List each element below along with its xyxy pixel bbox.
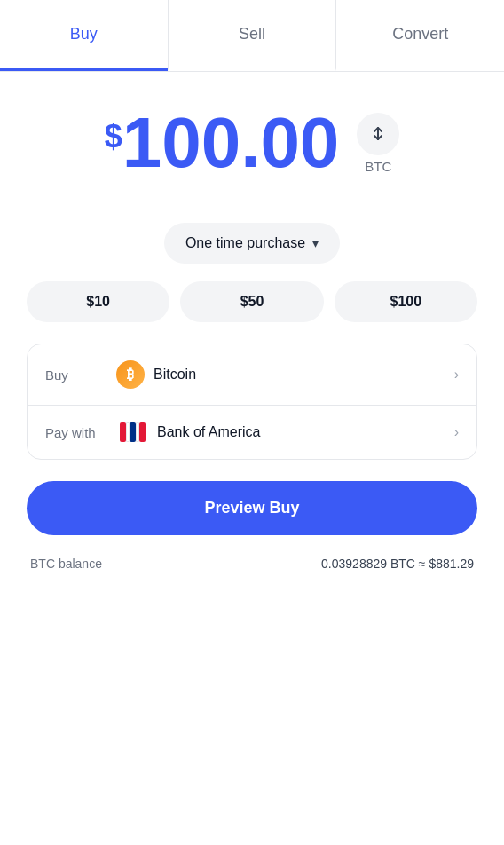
pay-row-label: Pay with [45, 425, 116, 440]
purchase-type-dropdown[interactable]: One time purchase ▾ [164, 223, 340, 264]
buy-asset-row[interactable]: Buy ₿ Bitcoin › [28, 344, 476, 406]
swap-arrows-icon [368, 124, 388, 144]
balance-row: BTC balance 0.03928829 BTC ≈ $881.29 [27, 557, 477, 571]
purchase-type-label: One time purchase [185, 235, 305, 251]
swap-currency-button[interactable] [357, 113, 399, 155]
tab-sell[interactable]: Sell [168, 0, 337, 71]
tab-convert[interactable]: Convert [336, 0, 504, 71]
buy-row-label: Buy [45, 367, 116, 383]
currency-symbol: $ [105, 118, 122, 155]
asset-name: Bitcoin [154, 367, 196, 383]
quick-amount-50[interactable]: $50 [180, 281, 323, 322]
amount-section: $ 100.00 BTC [27, 107, 477, 178]
amount-display: $ 100.00 [105, 107, 340, 178]
transaction-card: Buy ₿ Bitcoin › Pay with [27, 344, 477, 460]
denomination-label: BTC [365, 159, 391, 174]
quick-amount-10[interactable]: $10 [27, 281, 169, 322]
quick-amounts: $10 $50 $100 [27, 281, 477, 322]
buy-chevron-right-icon: › [454, 367, 459, 383]
chevron-down-icon: ▾ [312, 236, 319, 250]
buy-row-content: ₿ Bitcoin [116, 360, 454, 389]
bitcoin-icon: ₿ [116, 360, 145, 389]
main-content: $ 100.00 BTC One time purchase ▾ $10 [0, 72, 504, 597]
quick-amount-100[interactable]: $100 [335, 281, 477, 322]
balance-label: BTC balance [30, 557, 102, 571]
swap-button-container: BTC [357, 113, 399, 174]
tab-bar: Buy Sell Convert [0, 0, 504, 72]
pay-chevron-right-icon: › [454, 424, 459, 440]
amount-value: 100.00 [122, 107, 340, 178]
balance-value: 0.03928829 BTC ≈ $881.29 [321, 557, 474, 571]
pay-with-row[interactable]: Pay with Bank of America › [28, 406, 476, 459]
bank-of-america-logo [116, 422, 148, 443]
payment-name: Bank of America [157, 424, 261, 440]
pay-row-content: Bank of America [116, 422, 454, 443]
tab-buy[interactable]: Buy [0, 0, 168, 71]
preview-buy-button[interactable]: Preview Buy [27, 481, 477, 535]
